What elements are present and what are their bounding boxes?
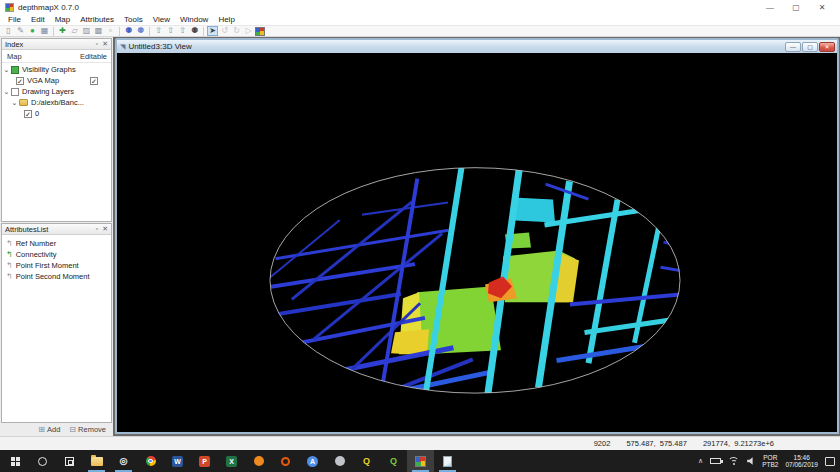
open-file-icon[interactable]: ✎ [15, 26, 26, 36]
orange-ring-app[interactable] [272, 450, 299, 472]
chrome-app-icon [146, 456, 156, 466]
layer-0-checkbox[interactable]: ✓ [24, 110, 32, 118]
agent-dark-icon[interactable]: ⚉ [189, 26, 200, 36]
screen-recorder-app[interactable]: ◎ [110, 450, 137, 472]
add-attribute-button[interactable]: ⊞ Add [38, 425, 60, 434]
file-explorer-app[interactable] [83, 450, 110, 472]
action-center-icon[interactable] [825, 457, 835, 466]
chrome-app[interactable] [137, 450, 164, 472]
menu-map[interactable]: Map [50, 15, 76, 24]
battery-icon[interactable] [710, 458, 721, 464]
agent-tool-3-icon[interactable]: ⇧ [177, 26, 188, 36]
depthmapx-app[interactable] [407, 450, 434, 472]
powerpoint-app[interactable]: P [191, 450, 218, 472]
orange-paw-app[interactable] [245, 450, 272, 472]
attribute-label: Point First Moment [16, 261, 79, 270]
tree-label: VGA Map [27, 76, 59, 85]
depthmapx-app-icon [415, 456, 426, 467]
save-icon[interactable]: ▦ [39, 26, 50, 36]
panel-close-icon[interactable]: ✕ [102, 40, 108, 48]
tree-row-vga-map[interactable]: ✓ VGA Map ✓ [2, 75, 111, 86]
excel-app-icon: X [226, 456, 237, 467]
tree-label: Visibility Graphs [22, 65, 76, 74]
rotate-left-icon: ↺ [219, 26, 230, 36]
new-map-icon[interactable]: ✚ [57, 26, 68, 36]
attribute-connectivity[interactable]: ↰ Connectivity [2, 249, 111, 260]
search-button[interactable] [29, 450, 56, 472]
expander-icon[interactable]: ⌄ [2, 88, 11, 96]
duplicate-map-icon[interactable]: ▱ [69, 26, 80, 36]
attribute-ref-number[interactable]: ↰ Ref Number [2, 238, 111, 249]
panel-close-icon[interactable]: ✕ [102, 225, 108, 233]
column-editable: Editable [80, 52, 111, 61]
connect-icon[interactable]: ● [27, 26, 38, 36]
notes-app[interactable] [434, 450, 461, 472]
view3d-titlebar[interactable]: ◥ Untitled3:3D View — ▢ ✕ [117, 40, 837, 53]
vga-map-checkbox[interactable]: ✓ [16, 77, 24, 85]
qgis-yellow-app[interactable]: Q [353, 450, 380, 472]
view3d-title: Untitled3:3D View [128, 42, 191, 51]
tray-expand-icon[interactable]: ∧ [698, 457, 703, 465]
wifi-icon[interactable] [728, 457, 740, 466]
app-icon [5, 3, 14, 12]
view3d-minimize-icon[interactable]: — [785, 42, 801, 52]
menu-help[interactable]: Help [213, 15, 239, 24]
menu-tools[interactable]: Tools [119, 15, 148, 24]
menu-file[interactable]: File [3, 15, 26, 24]
close-icon[interactable]: ✕ [809, 3, 835, 12]
layer-grid-icon[interactable]: ▩ [93, 26, 104, 36]
attribute-label: Point Second Moment [16, 272, 90, 281]
folder-icon [19, 99, 28, 106]
menu-view[interactable]: View [148, 15, 175, 24]
minimize-icon[interactable]: — [757, 3, 783, 12]
start-button[interactable] [2, 450, 29, 472]
view3d-canvas[interactable] [117, 53, 837, 432]
blue-a-app[interactable]: A [299, 450, 326, 472]
globe-app[interactable] [326, 450, 353, 472]
qgis-green-app[interactable]: Q [380, 450, 407, 472]
agent-tool-1-icon[interactable]: ⇧ [153, 26, 164, 36]
task-view-button[interactable] [56, 450, 83, 472]
export-map-icon[interactable]: ▨ [81, 26, 92, 36]
pan-select-icon[interactable]: ➤ [207, 26, 218, 36]
remove-attribute-button[interactable]: ⊟ Remove [69, 425, 106, 434]
attribute-point-first-moment[interactable]: ↰ Point First Moment [2, 260, 111, 271]
speaker-icon[interactable] [747, 457, 755, 465]
maximize-icon[interactable]: ▢ [783, 3, 809, 12]
map-tree: ⌄ Visibility Graphs ✓ VGA Map ✓ ⌄ Drawin… [2, 63, 111, 119]
vga-map-editable-checkbox[interactable]: ✓ [90, 77, 98, 85]
language-indicator[interactable]: POR PTB2 [762, 454, 778, 469]
view3d-close-icon[interactable]: ✕ [819, 42, 835, 52]
attribute-colors-icon[interactable] [255, 27, 265, 36]
tree-row-layer-0[interactable]: ✓ 0 [2, 108, 111, 119]
excel-app[interactable]: X [218, 450, 245, 472]
view3d-maximize-icon[interactable]: ▢ [802, 42, 818, 52]
menu-edit[interactable]: Edit [26, 15, 50, 24]
link-nodes-icon[interactable]: ⚉ [123, 26, 134, 36]
expander-icon[interactable]: ⌄ [10, 99, 19, 107]
drawing-layers-icon [11, 88, 19, 96]
attribute-marker-icon: ↰ [6, 272, 13, 281]
clock[interactable]: 15:46 07/06/2019 [785, 454, 818, 469]
qgis-green-app-icon: Q [390, 456, 397, 467]
file-explorer-app-icon [91, 457, 103, 466]
unlink-nodes-icon[interactable]: ⚉ [135, 26, 146, 36]
agent-tool-2-icon[interactable]: ⇧ [165, 26, 176, 36]
expander-icon[interactable]: ⌄ [2, 66, 11, 74]
menu-attributes[interactable]: Attributes [75, 15, 119, 24]
attribute-marker-icon: ↰ [6, 239, 13, 248]
panel-float-icon[interactable]: ▫ [96, 40, 98, 48]
system-tray: ∧ POR PTB2 15:46 07/06/2019 [698, 454, 840, 469]
attribute-point-second-moment[interactable]: ↰ Point Second Moment [2, 271, 111, 282]
new-file-icon[interactable]: ▯ [3, 26, 14, 36]
tree-row-layer-file[interactable]: ⌄ D:/alexb/Banc... [2, 97, 111, 108]
status-cursor-coords: 575.487, 575.487 [626, 439, 686, 448]
tree-row-visibility-graphs[interactable]: ⌄ Visibility Graphs [2, 64, 111, 75]
tree-row-drawing-layers[interactable]: ⌄ Drawing Layers [2, 86, 111, 97]
menu-window[interactable]: Window [175, 15, 213, 24]
attribute-label: Connectivity [16, 250, 57, 259]
word-app[interactable]: W [164, 450, 191, 472]
view3d-window: ◥ Untitled3:3D View — ▢ ✕ [115, 38, 839, 434]
select-region-icon[interactable]: ▫ [105, 26, 116, 36]
panel-float-icon[interactable]: ▫ [96, 225, 98, 233]
